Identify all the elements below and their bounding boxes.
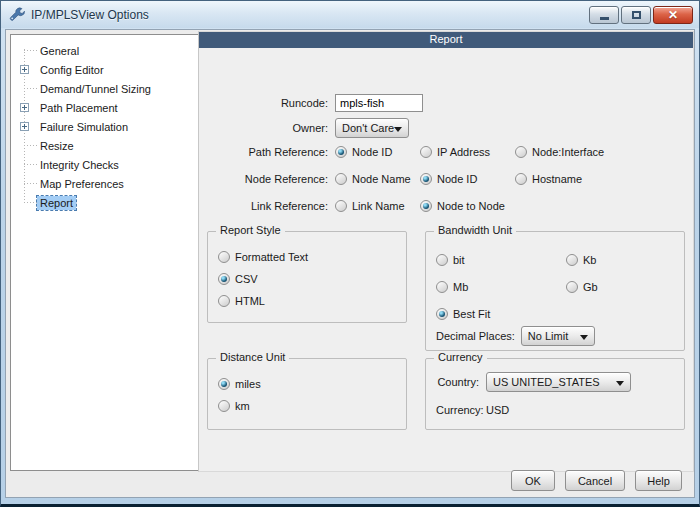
bandwidth-unit-option-label: Best Fit	[453, 308, 490, 320]
link-reference-label: Link Reference:	[199, 200, 335, 212]
dropdown-arrow-icon	[616, 381, 624, 386]
connector-cell	[19, 50, 37, 51]
link-reference-option-node-to-node[interactable]: Node to Node	[420, 200, 515, 212]
tree-item-general[interactable]: General	[11, 41, 198, 60]
link-reference-option-label: Link Name	[352, 200, 405, 212]
node-reference-option-label: Node ID	[437, 173, 477, 185]
owner-select[interactable]: Don't Care	[335, 118, 409, 138]
node-reference-option-hostname[interactable]: Hostname	[515, 173, 582, 185]
path-reference-option-node-interface[interactable]: Node:Interface	[515, 146, 604, 158]
tree-item-label: Path Placement	[37, 101, 121, 115]
bandwidth-unit-option-bit[interactable]: bit	[436, 246, 566, 273]
node-reference-option-node-name[interactable]: Node Name	[335, 173, 420, 185]
tree-item-failure-simulation[interactable]: Failure Simulation	[11, 117, 198, 136]
expand-cell	[19, 65, 37, 74]
expand-plus-icon[interactable]	[20, 103, 29, 112]
connector-cell	[19, 202, 37, 203]
minimize-icon	[600, 17, 609, 20]
runcode-row: Runcode:	[199, 94, 423, 112]
radio-icon	[420, 200, 432, 212]
radio-icon	[218, 273, 230, 285]
country-select[interactable]: US UNITED_STATES	[486, 372, 631, 392]
decimal-places-value: No Limit	[528, 330, 568, 342]
radio-icon	[335, 173, 347, 185]
tree-item-resize[interactable]: Resize	[11, 136, 198, 155]
bandwidth-unit-option-label: Gb	[583, 281, 598, 293]
report-style-option-formatted-text[interactable]: Formatted Text	[218, 246, 406, 268]
radio-icon	[436, 281, 448, 293]
distance-unit-option-label: miles	[235, 378, 261, 390]
connector-cell	[19, 145, 37, 146]
tree-connector	[24, 164, 37, 165]
tree-connector	[24, 202, 37, 203]
expand-cell	[19, 122, 37, 131]
owner-value: Don't Care	[342, 122, 394, 134]
path-reference-option-node-id[interactable]: Node ID	[335, 146, 420, 158]
node-reference-option-node-id[interactable]: Node ID	[420, 173, 515, 185]
close-button[interactable]: ✕	[653, 6, 693, 24]
options-dialog: IP/MPLSView Options ✕ GeneralConfig Edit…	[0, 0, 700, 507]
maximize-button[interactable]	[621, 6, 651, 24]
connector-cell	[19, 88, 37, 89]
node-reference-options: Node NameNode IDHostname	[335, 173, 582, 185]
tree-item-config-editor[interactable]: Config Editor	[11, 60, 198, 79]
path-reference-option-label: Node ID	[352, 146, 392, 158]
node-reference-label: Node Reference:	[199, 173, 335, 185]
radio-icon	[335, 200, 347, 212]
bandwidth-unit-options: bitKbMbGbBest Fit	[426, 232, 684, 327]
link-reference-row: Link Reference:Link NameNode to Node	[199, 200, 515, 212]
bandwidth-unit-option-kb[interactable]: Kb	[566, 246, 684, 273]
link-reference-option-link-name[interactable]: Link Name	[335, 200, 420, 212]
tree-item-integrity-checks[interactable]: Integrity Checks	[11, 155, 198, 174]
path-reference-option-label: Node:Interface	[532, 146, 604, 158]
expand-plus-icon[interactable]	[20, 122, 29, 131]
radio-icon	[218, 295, 230, 307]
bandwidth-unit-option-mb[interactable]: Mb	[436, 273, 566, 300]
bandwidth-unit-option-gb[interactable]: Gb	[566, 273, 684, 300]
report-style-option-csv[interactable]: CSV	[218, 268, 406, 290]
tree-item-map-preferences[interactable]: Map Preferences	[11, 174, 198, 193]
report-style-option-html[interactable]: HTML	[218, 290, 406, 312]
tree-item-label: Failure Simulation	[37, 120, 131, 134]
bandwidth-unit-option-best-fit[interactable]: Best Fit	[436, 300, 566, 327]
currency-label: Currency:	[436, 404, 486, 416]
tree-item-path-placement[interactable]: Path Placement	[11, 98, 198, 117]
owner-row: Owner: Don't Care	[199, 118, 409, 138]
bandwidth-unit-title: Bandwidth Unit	[434, 224, 516, 236]
ok-button[interactable]: OK	[511, 470, 555, 491]
cancel-button[interactable]: Cancel	[565, 470, 625, 491]
distance-unit-option-km[interactable]: km	[218, 395, 406, 417]
report-style-option-label: CSV	[235, 273, 258, 285]
dialog-content: GeneralConfig EditorDemand/Tunnel Sizing…	[5, 29, 695, 498]
wrench-icon	[9, 7, 25, 23]
radio-icon	[436, 308, 448, 320]
bandwidth-unit-option-label: bit	[453, 254, 465, 266]
currency-row: Currency: USD	[426, 397, 684, 423]
titlebar[interactable]: IP/MPLSView Options ✕	[1, 1, 699, 28]
expand-plus-icon[interactable]	[20, 65, 29, 74]
link-reference-option-label: Node to Node	[437, 200, 505, 212]
country-row: Country: US UNITED_STATES	[426, 369, 684, 395]
path-reference-option-ip-address[interactable]: IP Address	[420, 146, 515, 158]
radio-icon	[218, 400, 230, 412]
runcode-input[interactable]	[335, 94, 423, 112]
tree-item-label: Demand/Tunnel Sizing	[37, 82, 154, 96]
tree-connector	[24, 50, 37, 51]
help-button[interactable]: Help	[635, 470, 682, 491]
path-reference-option-label: IP Address	[437, 146, 490, 158]
decimal-places-label: Decimal Places:	[436, 330, 521, 342]
currency-value: USD	[486, 404, 509, 416]
minimize-button[interactable]	[589, 6, 619, 24]
tree-item-demand-tunnel-sizing[interactable]: Demand/Tunnel Sizing	[11, 79, 198, 98]
report-style-option-label: HTML	[235, 295, 265, 307]
connector-cell	[19, 164, 37, 165]
decimal-places-select[interactable]: No Limit	[521, 326, 595, 346]
tree-item-report[interactable]: Report	[11, 193, 198, 212]
node-reference-option-label: Node Name	[352, 173, 411, 185]
tree-item-label: General	[37, 44, 82, 58]
dropdown-arrow-icon	[580, 335, 588, 340]
path-reference-options: Node IDIP AddressNode:Interface	[335, 146, 604, 158]
distance-unit-option-miles[interactable]: miles	[218, 373, 406, 395]
radio-icon	[218, 251, 230, 263]
report-style-title: Report Style	[216, 224, 285, 236]
